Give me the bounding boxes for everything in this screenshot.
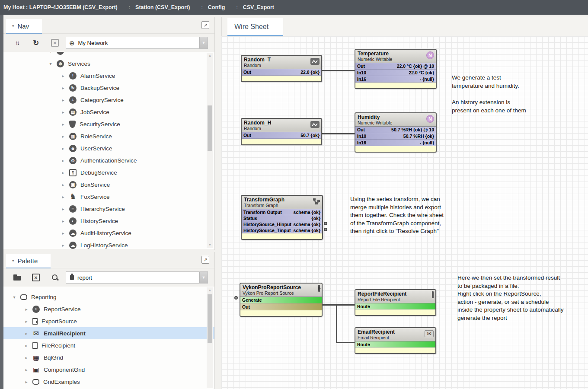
- block-email-recipient[interactable]: EmailRecipient Email Recipient ✉ Route: [355, 327, 436, 354]
- tree-item-reporting[interactable]: ▾ Reporting: [3, 291, 214, 303]
- nav-scroll-thumb[interactable]: [208, 105, 212, 151]
- tree-item-export-source[interactable]: ▸ ExportSource: [3, 315, 214, 327]
- block-slot-status[interactable]: Status {ok}: [242, 215, 322, 221]
- expand-toggle-icon[interactable]: ▾: [48, 61, 53, 66]
- expand-toggle-icon[interactable]: ▸: [61, 207, 65, 211]
- tab-palette[interactable]: ▾ Palette: [6, 254, 51, 268]
- block-slot-out[interactable]: Out 22.0 {ok}: [242, 69, 321, 76]
- tree-item-grid-examples[interactable]: ▸ GridExamples: [3, 376, 214, 388]
- expand-toggle-icon[interactable]: ▸: [61, 122, 65, 127]
- expand-toggle-icon[interactable]: ▸: [61, 231, 65, 236]
- expand-toggle-icon[interactable]: ▸: [61, 170, 65, 175]
- connector-dot[interactable]: [324, 222, 327, 225]
- tree-item-backup-service[interactable]: ▸ ↻ BackupService: [3, 82, 214, 94]
- scroll-up-icon[interactable]: ▲: [207, 287, 213, 293]
- search-palette-button[interactable]: [50, 274, 60, 281]
- expand-toggle-icon[interactable]: ▸: [24, 319, 29, 324]
- tree-item-role-service[interactable]: ▸ ▥ RoleService: [3, 130, 214, 142]
- expand-toggle-icon[interactable]: ▾: [48, 52, 53, 54]
- tab-nav[interactable]: ▾ Nav: [6, 19, 42, 34]
- breadcrumb-station[interactable]: Station (CSV_Export): [135, 4, 190, 10]
- block-slot-out[interactable]: Out 22.0 °C {ok} @ 10: [355, 63, 436, 70]
- scroll-down-icon[interactable]: ▼: [207, 242, 213, 248]
- block-slot-out[interactable]: Out: [240, 303, 322, 310]
- block-slot-transform-output[interactable]: Transform Output schema {ok}: [242, 209, 322, 215]
- block-temperature[interactable]: Temperature Numeric Writable N Out 22.0 …: [355, 49, 437, 89]
- popout-icon[interactable]: ↗: [201, 21, 209, 29]
- expand-toggle-icon[interactable]: ▸: [24, 367, 29, 372]
- open-palette-button[interactable]: [12, 274, 22, 281]
- tree-item-services[interactable]: ▾ ⊕ Services: [3, 57, 214, 70]
- tree-item-component-grid[interactable]: ▸ ▣ ComponentGrid: [3, 363, 214, 376]
- block-random-t[interactable]: Random_T Random Out 22.0 {ok}: [241, 55, 322, 82]
- tree-item-history-service[interactable]: ▸ ◐ HistoryService: [3, 215, 214, 227]
- connector-dot[interactable]: [324, 228, 327, 231]
- expand-toggle-icon[interactable]: ▸: [61, 182, 65, 187]
- tree-item-partial[interactable]: ▾: [3, 52, 64, 57]
- expand-toggle-icon[interactable]: ▸: [24, 355, 29, 360]
- block-slot-in10[interactable]: In10 22.0 °C {ok}: [355, 70, 436, 76]
- block-slot-out[interactable]: Out 50.7 %RH {ok} @ 10: [355, 127, 436, 133]
- close-palette-button[interactable]: ✕: [31, 274, 41, 281]
- note-series-transform[interactable]: Using the series transform, we can merge…: [350, 195, 444, 236]
- expand-toggle-icon[interactable]: ▸: [61, 73, 65, 78]
- breadcrumb-host[interactable]: My Host : LAPTOP-4JO35EBM (CSV_Export): [3, 4, 118, 10]
- combo-dropdown-button[interactable]: ▼: [199, 272, 208, 283]
- palette-scrollbar[interactable]: ▲: [207, 287, 213, 388]
- tree-item-category-service[interactable]: ▸ + CategoryService: [3, 94, 214, 106]
- block-report-file-recipient[interactable]: ReportFileRecipient Report File Recipien…: [355, 289, 436, 316]
- tree-item-authentication-service[interactable]: ▸ ⊙ AuthenticationService: [3, 154, 214, 166]
- tab-wire-sheet[interactable]: Wire Sheet: [227, 18, 283, 36]
- wiresheet-canvas[interactable]: Random_T Random Out 22.0 {ok} Temperatur…: [221, 36, 588, 389]
- block-slot-route[interactable]: Route: [355, 303, 435, 309]
- block-slot-generate[interactable]: Generate: [240, 297, 322, 303]
- connector-dot[interactable]: [234, 296, 238, 300]
- nav-root-select[interactable]: ⊕ My Network ▼: [66, 37, 208, 49]
- tree-item-user-service[interactable]: ▸ ☻ UserService: [3, 142, 214, 154]
- clear-button[interactable]: ✕: [50, 39, 60, 47]
- expand-toggle-icon[interactable]: ▸: [61, 134, 65, 139]
- tree-item-hierarchy-service[interactable]: ▸ ≡ HierarchyService: [3, 203, 214, 215]
- sort-button[interactable]: ↑↓: [12, 39, 22, 46]
- block-slot-in16[interactable]: In16 - {null}: [355, 76, 436, 83]
- expand-toggle-icon[interactable]: ▸: [61, 243, 65, 248]
- expand-toggle-icon[interactable]: ▸: [61, 158, 65, 163]
- expand-toggle-icon[interactable]: ▸: [61, 86, 65, 90]
- note-generate-test[interactable]: We generate a test temperature and humid…: [452, 74, 519, 90]
- nav-scrollbar[interactable]: ▲ ▼: [207, 53, 213, 248]
- note-history-extension[interactable]: An history extension is present on each …: [452, 99, 526, 115]
- tree-item-file-recipient[interactable]: ▸ FileRecipient: [3, 339, 214, 351]
- block-vykon-pro-report-source[interactable]: VykonProReportSource Vykon Pro Report So…: [240, 283, 323, 317]
- refresh-button[interactable]: ↻: [31, 38, 41, 48]
- tree-item-email-recipient[interactable]: ▸ ✉ EmailRecipient: [3, 327, 214, 339]
- block-random-h[interactable]: Random_H Random Out 50.7 {ok}: [241, 118, 322, 145]
- tree-item-alarm-service[interactable]: ▸ ! AlarmService: [3, 70, 214, 82]
- combo-dropdown-button[interactable]: ▼: [199, 37, 208, 48]
- tree-item-report-service[interactable]: ▸ ≈ ReportService: [3, 303, 214, 315]
- expand-toggle-icon[interactable]: ▸: [61, 98, 65, 102]
- popout-icon[interactable]: ↗: [201, 256, 209, 264]
- block-humidity[interactable]: Humidity Numeric Writable N Out 50.7 %RH…: [355, 112, 437, 153]
- tree-item-bql-grid[interactable]: ▸ ▦ BqlGrid: [3, 351, 214, 363]
- tree-item-log-history-service[interactable]: ▸ ☁ LogHistoryService: [3, 239, 214, 249]
- block-slot-route[interactable]: Route: [355, 341, 435, 348]
- expand-toggle-icon[interactable]: ▸: [24, 343, 29, 348]
- expand-toggle-icon[interactable]: ▸: [24, 307, 29, 312]
- palette-select[interactable]: report ▼: [66, 271, 208, 284]
- tree-item-partial[interactable]: [14, 386, 30, 389]
- breadcrumb-csv-export[interactable]: CSV_Export: [243, 4, 274, 10]
- tree-item-audit-history-service[interactable]: ▸ ☁ AuditHistoryService: [3, 227, 214, 239]
- palette-scroll-thumb[interactable]: [208, 294, 212, 343]
- expand-toggle-icon[interactable]: ▸: [24, 331, 29, 336]
- breadcrumb-config[interactable]: Config: [208, 4, 225, 10]
- block-slot-in10[interactable]: In10 50.7 %RH {ok}: [355, 133, 436, 140]
- block-slot-historysource-tinput[interactable]: HistorySource_Tinput schema {ok}: [242, 227, 322, 233]
- tree-item-security-service[interactable]: ▸ SecurityService: [3, 118, 214, 130]
- expand-toggle-icon[interactable]: ▸: [24, 379, 29, 384]
- tree-item-box-service[interactable]: ▸ ▣ BoxService: [3, 179, 214, 191]
- note-package-file[interactable]: Here we then set the transformed result …: [457, 274, 563, 322]
- expand-toggle-icon[interactable]: ▾: [12, 295, 16, 300]
- tree-item-job-service[interactable]: ▸ ▤ JobService: [3, 106, 214, 118]
- expand-toggle-icon[interactable]: ▸: [61, 146, 65, 151]
- expand-toggle-icon[interactable]: ▸: [61, 194, 65, 199]
